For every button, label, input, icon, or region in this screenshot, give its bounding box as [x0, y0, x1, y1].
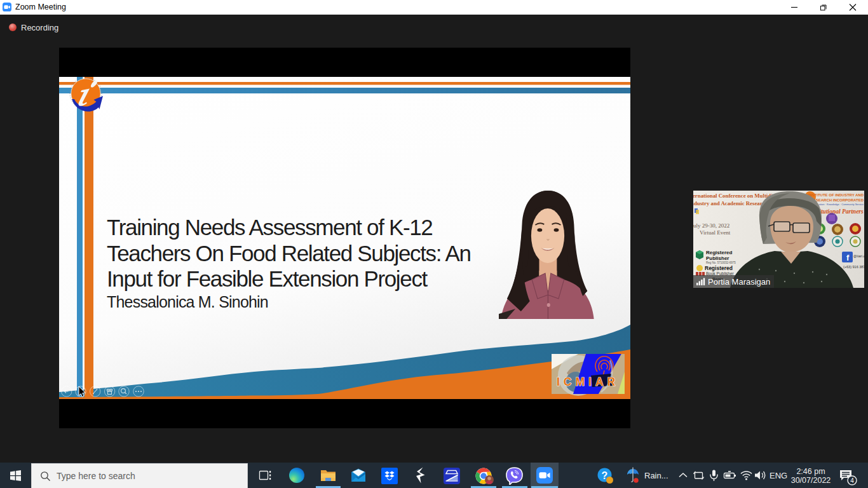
svg-text:Registered: Registered	[706, 250, 732, 255]
svg-text:(+63) 916 387 3537: (+63) 916 387 3537	[843, 265, 864, 269]
svg-text:Reg No. 5710032-6975: Reg No. 5710032-6975	[706, 261, 736, 264]
svg-text:INSTITUTE OF INDUSTRY AND: INSTITUTE OF INDUSTRY AND	[808, 193, 864, 197]
svg-text:uly 29-30, 2022: uly 29-30, 2022	[693, 222, 729, 229]
svg-text:@iiari.org: @iiari.org	[853, 254, 864, 258]
svg-text:ICMIAR: ICMIAR	[557, 376, 619, 388]
svg-text:f: f	[846, 253, 850, 262]
svg-text:stitutional Partners: stitutional Partners	[815, 208, 864, 215]
svg-text:Publisher: Publisher	[706, 255, 729, 261]
svg-text:ndustry and Academic Research: ndustry and Academic Research	[693, 200, 768, 207]
svg-text:Virtual Event: Virtual Event	[700, 229, 731, 236]
svg-text:Registered: Registered	[705, 265, 733, 271]
svg-text:4: 4	[850, 477, 854, 484]
